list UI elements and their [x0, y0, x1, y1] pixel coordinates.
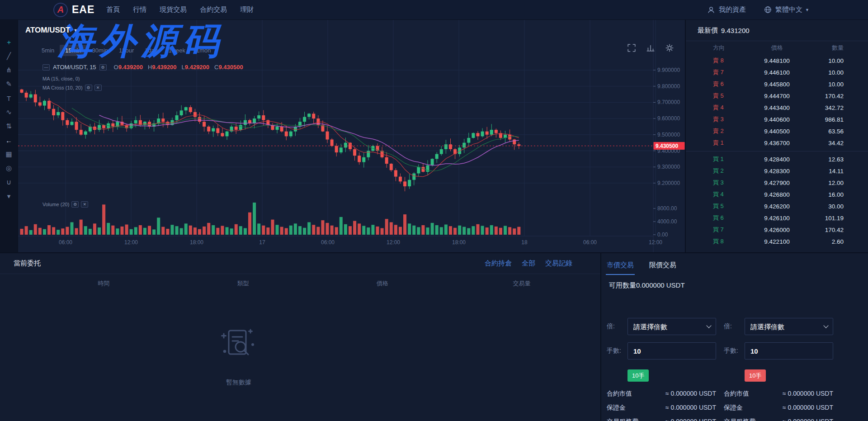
collapse-legend-icon[interactable]: — [42, 64, 50, 71]
indicator-settings-icon[interactable]: ⚙ [71, 201, 79, 208]
order-amount: 14.11 [815, 168, 868, 175]
bid-row[interactable]: 買 29.42830014.11 [686, 165, 868, 177]
tab-限價交易[interactable]: 限價交易 [649, 261, 676, 275]
bid-row[interactable]: 買 39.42790012.00 [686, 177, 868, 189]
indicator-close-icon[interactable]: ✕ [94, 85, 102, 91]
pattern-tool[interactable]: ∿ [2, 105, 16, 119]
magnet-tool[interactable]: ∪ [2, 175, 16, 189]
ma-indicator-label: MA (15, close, 0) [42, 76, 80, 81]
bid-row[interactable]: 買 89.4221002.60 [686, 236, 868, 247]
text-tool[interactable]: T [2, 91, 16, 105]
ma-cross-label: MA Cross (10, 20) [42, 85, 83, 90]
orders-col-header-3: 交易量 [452, 279, 591, 288]
sell-form: 倍: 請選擇倍數 手數: 10手 [724, 318, 833, 421]
svg-text:9.430500: 9.430500 [656, 143, 678, 149]
orders-title: 當前委托 [14, 259, 41, 268]
buy-leverage-select[interactable]: 請選擇倍數 [627, 318, 716, 335]
bottom-row: 當前委托 合約持倉全部交易記錄 時間類型價格交易量 暫無數據 市價交 [0, 252, 868, 421]
ask-row[interactable]: 賣 49.443400342.72 [686, 102, 868, 114]
indicator-icon[interactable] [646, 43, 655, 52]
brand-logo[interactable]: A EAE [53, 3, 94, 17]
order-amount: 10.00 [815, 57, 868, 64]
timeframe-15min[interactable]: 15min [60, 45, 86, 56]
indicator-settings-icon[interactable]: ⚙ [85, 85, 92, 91]
chart-area: 9.9000009.8000009.7000009.6000009.500000… [18, 20, 685, 252]
pitchfork-tool[interactable]: ⋔ [2, 63, 16, 77]
ohlc-key: H [148, 64, 152, 71]
orders-link-0[interactable]: 合約持倉 [485, 259, 512, 268]
bid-row[interactable]: 買 69.426100101.19 [686, 212, 868, 224]
svg-text:9.800000: 9.800000 [657, 83, 680, 90]
position-tool[interactable]: ⇅ [2, 119, 16, 133]
crosshair-tool[interactable]: ＋ [2, 35, 16, 49]
my-assets-link[interactable]: 我的資產 [719, 5, 746, 14]
lots-label: 手數: [607, 347, 627, 355]
order-amount: 30.00 [815, 203, 868, 210]
nav-item-3[interactable]: 合約交易 [200, 5, 227, 14]
timeframe-30min[interactable]: 30min [87, 45, 113, 56]
timeframe-1hour[interactable]: 1hour [113, 45, 139, 56]
order-amount: 101.19 [815, 215, 868, 222]
nav-item-1[interactable]: 行情 [133, 5, 146, 14]
order-amount: 10.00 [815, 81, 868, 88]
fullscreen-icon[interactable] [627, 43, 636, 52]
brush-tool[interactable]: ✎ [2, 77, 16, 91]
pair-selector[interactable]: ATOM/USDT ▼ [25, 26, 77, 35]
language-selector[interactable]: 繁體中文 ▼ [764, 5, 809, 14]
bid-row[interactable]: 買 49.42680016.00 [686, 189, 868, 200]
collapse-toolbar[interactable]: ← [2, 133, 16, 147]
orderbook-header-2: 數量 [815, 44, 868, 52]
bid-row[interactable]: 買 79.426000170.42 [686, 224, 868, 236]
svg-text:9.200000: 9.200000 [657, 180, 680, 186]
sell-leverage-select[interactable]: 請選擇倍數 [745, 318, 833, 335]
zoom-tool[interactable]: ◎ [2, 161, 16, 175]
ask-row[interactable]: 賣 29.44050063.56 [686, 125, 868, 137]
volume-label: Volume (20) [42, 202, 69, 207]
bid-row[interactable]: 買 59.42620030.00 [686, 200, 868, 212]
ask-row[interactable]: 賣 39.440600986.81 [686, 114, 868, 125]
ask-row[interactable]: 賣 79.44610010.00 [686, 66, 868, 78]
legend-settings-icon[interactable]: ⚙ [99, 64, 107, 71]
timeframe-5min[interactable]: 5min [36, 45, 60, 56]
order-amount: 170.42 [815, 227, 868, 233]
nav-item-0[interactable]: 首頁 [106, 5, 120, 14]
indicator-close-icon[interactable]: ✕ [81, 201, 88, 208]
order-direction: 買 2 [686, 167, 739, 175]
timeframe-1mon[interactable]: 1mon [191, 45, 217, 56]
more-tools[interactable]: ▾ [2, 189, 16, 203]
main-row: ＋╱⋔✎T∿⇅←▦◎∪▾ 9.9000009.8000009.7000009.6… [0, 20, 868, 252]
timeframe-1week[interactable]: 1week [163, 45, 191, 56]
bid-row[interactable]: 買 19.42840012.63 [686, 153, 868, 165]
timeframe-1day[interactable]: 1day [139, 45, 163, 56]
order-price: 9.426200 [739, 203, 815, 210]
buy-lots-input[interactable] [627, 342, 716, 360]
sell-lots-input[interactable] [745, 342, 833, 360]
bids-list: 買 19.42840012.63買 29.42830014.11買 39.427… [686, 151, 868, 247]
order-price: 9.446100 [739, 69, 815, 76]
ohlc-c: C9.430500 [214, 64, 243, 71]
svg-text:06:00: 06:00 [59, 239, 72, 246]
buy-button[interactable]: 10手 [627, 369, 649, 382]
order-amount: 12.00 [815, 180, 868, 186]
ask-row[interactable]: 賣 89.44810010.00 [686, 55, 868, 66]
nav-item-2[interactable]: 現貨交易 [160, 5, 187, 14]
ohlc-value: 9.439200 [118, 64, 143, 71]
orders-link-1[interactable]: 全部 [522, 259, 535, 268]
ask-row[interactable]: 賣 19.43670034.42 [686, 137, 868, 149]
trade-tabs: 市價交易限價交易 [607, 253, 868, 275]
ask-row[interactable]: 賣 69.44580010.00 [686, 78, 868, 90]
nav-item-4[interactable]: 理財 [240, 5, 254, 14]
sell-button[interactable]: 10手 [745, 369, 766, 382]
order-price: 9.422100 [739, 238, 815, 245]
leverage-label: 倍: [724, 322, 745, 331]
compare-tool[interactable]: ▦ [2, 147, 16, 161]
ask-row[interactable]: 賣 59.444700170.42 [686, 90, 868, 102]
gear-icon[interactable] [665, 43, 674, 52]
trendline-tool[interactable]: ╱ [2, 49, 16, 63]
trade-panel: 市價交易限價交易 可用数量0.000000 USDT 倍: 請選擇倍數 [601, 253, 868, 421]
tab-市價交易[interactable]: 市價交易 [607, 261, 634, 275]
orders-link-2[interactable]: 交易記錄 [545, 259, 572, 268]
order-price: 9.428400 [739, 156, 815, 163]
app-root: A EAE 首頁行情現貨交易合約交易理財 我的資產 繁體中文 ▼ ＋╱⋔✎T∿⇅… [0, 0, 868, 421]
ohlc-values: O9.439200H9.439200L9.429200C9.430500 [114, 64, 243, 71]
